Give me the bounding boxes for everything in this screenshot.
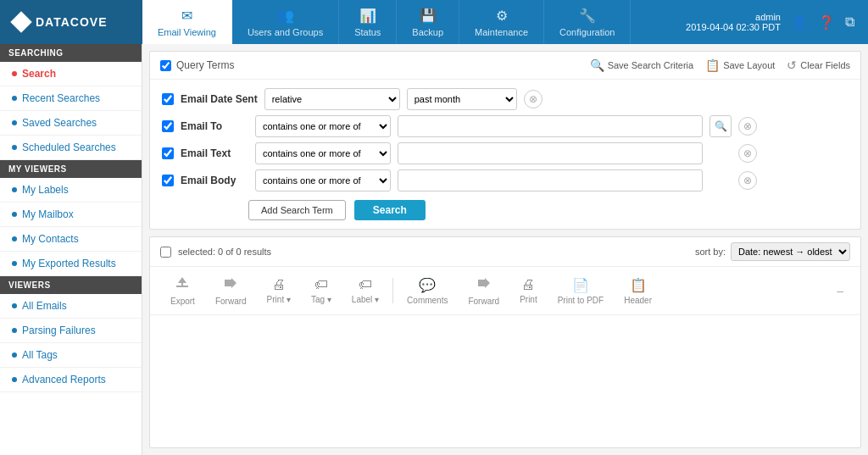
email-text-remove-icon[interactable]: ⊗ xyxy=(738,144,757,163)
save-search-icon: 🔍 xyxy=(590,58,604,72)
sidebar-label-parsing-failures: Parsing Failures xyxy=(22,325,96,336)
sidebar-item-all-emails[interactable]: All Emails xyxy=(0,294,142,319)
sidebar-dot xyxy=(12,352,17,358)
email-text-checkbox[interactable] xyxy=(162,147,174,159)
query-title: Query Terms xyxy=(160,59,234,71)
query-terms-label: Query Terms xyxy=(176,59,234,71)
sidebar-item-parsing-failures[interactable]: Parsing Failures xyxy=(0,319,142,343)
maintenance-icon: ⚙ xyxy=(496,8,508,24)
save-layout-icon: 📋 xyxy=(705,58,720,72)
search-button[interactable]: Search xyxy=(354,200,426,220)
email-to-label: Email To xyxy=(181,120,248,132)
print-button-2[interactable]: 🖨 Print xyxy=(509,274,548,308)
email-date-sent-checkbox[interactable] xyxy=(162,93,174,105)
sidebar-item-my-exported-results[interactable]: My Exported Results xyxy=(0,252,142,276)
help-icon[interactable]: ❓ xyxy=(818,14,835,31)
svg-marker-3 xyxy=(478,278,490,288)
forward-label-1: Forward xyxy=(215,297,247,306)
print-label-2: Print xyxy=(520,295,537,304)
email-date-sent-condition-select[interactable]: relative absolute xyxy=(264,88,400,110)
sidebar-dot xyxy=(12,187,17,192)
tab-status[interactable]: 📊 Status xyxy=(339,0,397,44)
collapse-button[interactable]: – xyxy=(837,284,850,297)
email-body-checkbox[interactable] xyxy=(162,175,174,186)
tab-backup-label: Backup xyxy=(412,27,443,37)
email-to-checkbox[interactable] xyxy=(162,120,174,132)
sidebar-label-my-contacts: My Contacts xyxy=(22,233,79,245)
status-icon: 📊 xyxy=(359,8,376,24)
sidebar-item-saved-searches[interactable]: Saved Searches xyxy=(0,111,142,136)
logo-text: DATACOVE xyxy=(36,15,107,29)
email-text-label: Email Text xyxy=(181,147,248,159)
label-label: Label ▾ xyxy=(352,295,379,304)
tab-users-groups[interactable]: 👥 Users and Groups xyxy=(232,0,339,44)
tab-backup[interactable]: 💾 Backup xyxy=(397,0,459,44)
label-button[interactable]: 🏷 Label ▾ xyxy=(342,274,389,308)
nav-tabs: ✉ Email Viewing 👥 Users and Groups 📊 Sta… xyxy=(142,0,672,44)
email-to-search-icon[interactable]: 🔍 xyxy=(709,115,732,137)
svg-marker-2 xyxy=(225,278,236,288)
clear-fields-button[interactable]: ↺ Clear Fields xyxy=(787,58,850,72)
sidebar-dot xyxy=(12,145,17,150)
sidebar-dot xyxy=(12,236,17,241)
sidebar-item-my-mailbox[interactable]: My Mailbox xyxy=(0,203,142,227)
email-text-input[interactable] xyxy=(398,142,703,164)
header-label: Header xyxy=(624,296,652,305)
forward-label-2: Forward xyxy=(468,297,499,306)
tab-configuration[interactable]: 🔧 Configuration xyxy=(544,0,631,44)
forward-icon-1 xyxy=(223,275,238,294)
search-row-email-date-sent: Email Date Sent relative absolute past m… xyxy=(162,88,849,110)
windows-icon[interactable]: ⧉ xyxy=(845,14,854,30)
user-icon[interactable]: 👤 xyxy=(791,14,808,31)
sidebar-item-advanced-reports[interactable]: Advanced Reports xyxy=(0,368,142,392)
sidebar-item-all-tags[interactable]: All Tags xyxy=(0,343,142,368)
export-button[interactable]: Export xyxy=(160,272,205,309)
forward-button-1[interactable]: Forward xyxy=(205,272,257,309)
sidebar-label-saved-searches: Saved Searches xyxy=(22,117,97,129)
tab-maintenance[interactable]: ⚙ Maintenance xyxy=(459,0,544,44)
add-search-term-button[interactable]: Add Search Term xyxy=(248,200,346,220)
sidebar-dot xyxy=(12,120,17,125)
sidebar-item-recent-searches[interactable]: Recent Searches xyxy=(0,86,142,111)
email-body-remove-icon[interactable]: ⊗ xyxy=(738,171,757,190)
forward-button-2[interactable]: Forward xyxy=(458,272,509,309)
backup-icon: 💾 xyxy=(420,8,437,24)
sidebar-dot xyxy=(12,328,17,333)
configuration-icon: 🔧 xyxy=(579,8,596,24)
email-to-condition-select[interactable]: contains one or more of contains all of … xyxy=(255,115,391,137)
save-layout-button[interactable]: 📋 Save Layout xyxy=(705,58,775,72)
email-body-input[interactable] xyxy=(398,169,703,191)
logo-area: DATACOVE xyxy=(0,0,142,44)
sidebar-item-my-contacts[interactable]: My Contacts xyxy=(0,227,142,252)
forward-icon-2 xyxy=(476,275,492,294)
sidebar-dot xyxy=(12,212,17,217)
sidebar-label-advanced-reports: Advanced Reports xyxy=(22,374,106,386)
sidebar-section-searching: SEARCHING xyxy=(0,44,142,62)
print-label-1: Print ▾ xyxy=(267,295,291,304)
comments-button[interactable]: 💬 Comments xyxy=(397,274,458,308)
header-button[interactable]: 📋 Header xyxy=(614,274,662,308)
email-date-sent-label: Email Date Sent xyxy=(181,93,258,105)
sidebar-item-scheduled-searches[interactable]: Scheduled Searches xyxy=(0,136,142,160)
query-terms-checkbox[interactable] xyxy=(160,60,171,71)
print-to-pdf-button[interactable]: 📄 Print to PDF xyxy=(548,274,614,308)
email-text-condition-select[interactable]: contains one or more of contains all of … xyxy=(255,142,391,164)
sidebar-item-my-labels[interactable]: My Labels xyxy=(0,178,142,203)
email-date-sent-value-select[interactable]: past month past week past day past year xyxy=(407,88,517,110)
tab-email-viewing[interactable]: ✉ Email Viewing xyxy=(142,0,232,44)
email-body-condition-select[interactable]: contains one or more of contains all of … xyxy=(255,169,391,191)
sidebar-label-search: Search xyxy=(22,68,56,80)
tag-button[interactable]: 🏷 Tag ▾ xyxy=(301,274,342,308)
sidebar-item-search[interactable]: Search xyxy=(0,62,142,86)
email-to-remove-icon[interactable]: ⊗ xyxy=(738,117,757,136)
email-to-input[interactable] xyxy=(398,115,703,137)
svg-marker-1 xyxy=(178,277,186,286)
search-form-actions: Add Search Term Search xyxy=(248,200,849,220)
sort-select[interactable]: Date: newest → oldest xyxy=(731,242,850,261)
tab-email-viewing-label: Email Viewing xyxy=(158,27,216,37)
select-all-checkbox[interactable] xyxy=(160,247,171,258)
save-search-criteria-button[interactable]: 🔍 Save Search Criteria xyxy=(590,58,694,72)
email-date-sent-remove-icon[interactable]: ⊗ xyxy=(524,90,542,108)
print-button-1[interactable]: 🖨 Print ▾ xyxy=(257,274,301,308)
sidebar-section-my-viewers: MY VIEWERS xyxy=(0,160,142,178)
